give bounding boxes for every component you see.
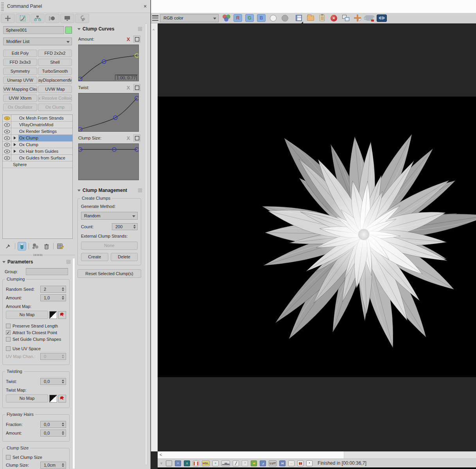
duplicate-to-window-button[interactable] [341,14,350,22]
status-h-resize-icon[interactable]: ↔ [288,460,295,466]
eye-icon[interactable] [3,155,11,161]
set-guide-clump-shapes-checkbox[interactable] [6,337,11,342]
spinner-arrows-icon[interactable] [61,296,66,300]
stack-item-label[interactable]: Ox Clump [18,141,72,148]
frame-buffer-canvas[interactable] [158,23,476,451]
stack-item-ox-clump[interactable]: Ox Clump [3,135,72,141]
twist-map-button[interactable]: No Map [6,394,48,403]
modifier-button-ffd-2x2x2[interactable]: FFD 2x2x2 [38,50,72,57]
attract-to-closest-point-checkbox[interactable]: ✓ [6,330,11,335]
eye-icon[interactable] [3,128,11,135]
status-window-icon[interactable] [166,460,172,466]
stack-item-ox-clump[interactable]: Ox Clump [3,141,72,148]
tab-display[interactable] [60,14,74,23]
panel-splitter[interactable] [0,255,75,258]
modifier-button-uvw-xform[interactable]: UVW Xform [3,95,37,102]
fraction-spinner[interactable]: 0,0 [40,421,66,428]
preserve-strand-length-checkbox[interactable] [6,324,11,328]
amount-delete-point-icon[interactable]: X [125,36,132,43]
track-mouse-render-button[interactable] [353,14,361,22]
horizontal-scrollbar[interactable]: < [158,451,476,458]
command-panel-header[interactable]: Command Panel × [0,0,150,13]
modifier-button-turbosmooth[interactable]: TurboSmooth [38,68,72,75]
status-info-icon[interactable]: i [184,460,190,466]
load-image-button[interactable] [306,14,314,22]
modifier-button-ffd-3x3x3[interactable]: FFD 3x3x3 [3,59,37,66]
stack-item-ox-guides-from-surface[interactable]: Ox Guides from Surface [3,155,72,161]
parameters-scrollbar[interactable] [72,258,75,469]
remove-modifier-button[interactable] [42,242,51,251]
eye-icon[interactable] [3,141,11,148]
rgb-channels-button[interactable] [222,14,230,22]
twist-spinner[interactable]: 0,0 [40,378,66,385]
modifier-button-uvw-map[interactable]: UVW Map [38,86,72,93]
status-pinwheel-icon[interactable]: * [242,460,248,466]
stack-item-ox-mesh-from-strands[interactable]: Ox Mesh From Strands [3,115,72,122]
status-curve-pencil-icon[interactable]: ╱ [233,460,239,466]
spinner-arrows-icon[interactable] [133,225,137,229]
use-uv-space-checkbox[interactable] [6,346,11,351]
group-field[interactable] [26,268,68,275]
stack-item-sphere[interactable]: Sphere [3,161,72,168]
status-channels-icon[interactable]: ≡ [175,460,181,466]
twist-expand-curve-icon[interactable] [133,84,140,91]
eye-icon[interactable] [3,148,11,155]
make-unique-button[interactable] [31,242,40,251]
amount-curve-editor[interactable]: 1.00, 0.77 [78,45,139,81]
spinner-arrows-icon[interactable] [61,379,66,383]
clump-management-header[interactable]: Clump Management [75,186,144,194]
collapse-chevron-icon[interactable]: v [160,461,162,465]
parameters-rollout-header[interactable]: Parameters [0,258,72,266]
modifier-button-shell[interactable]: Shell [38,59,72,66]
close-icon[interactable]: × [140,3,150,9]
rollout-grip-icon[interactable] [138,188,142,192]
status-histogram-icon[interactable]: ▂▅▃ [221,460,230,466]
tab-utilities[interactable] [75,14,89,23]
status-color-balance-icon[interactable]: ≡ [212,460,219,466]
spinner-arrows-icon[interactable] [61,287,66,291]
status-hsl-icon[interactable]: HSL [202,460,210,466]
status-h-blue-icon[interactable]: H [279,460,286,466]
amount-spinner[interactable]: 1,0 [40,294,66,301]
status-magnify-icon[interactable]: * [306,460,313,466]
stack-item-label[interactable]: Sphere [3,161,72,168]
status-ab-compare-icon[interactable]: ▮▮ [297,460,304,466]
scrollbar-thumb[interactable] [164,451,344,458]
green-channel-button[interactable]: G [245,14,254,22]
object-color-swatch[interactable] [65,27,72,34]
scroll-left-button[interactable]: < [158,451,164,458]
object-name-field[interactable]: Sphere001 [3,26,64,34]
spinner-arrows-icon[interactable] [61,431,66,435]
dock-vfb-button[interactable] [377,14,387,22]
spinner-arrows-icon[interactable] [61,463,66,467]
delete-button[interactable]: Delete [111,253,138,261]
pin-stack-button[interactable] [4,242,13,251]
rollout-grip-icon[interactable] [138,27,142,31]
tab-create[interactable] [1,14,15,23]
generate-method-dropdown[interactable]: Random [81,212,138,220]
save-image-button[interactable] [295,14,303,22]
stack-item-label[interactable]: Ox Mesh From Strands [18,115,72,122]
random-seed-spinner[interactable]: 2 [40,286,66,293]
eye-icon[interactable] [3,115,11,122]
render-last-button[interactable] [365,14,373,22]
twist-delete-point-icon[interactable]: X [125,84,132,91]
modifier-button-edit-poly[interactable]: Edit Poly [3,50,37,57]
channel-select-dropdown[interactable]: RGB color [160,14,219,22]
show-end-result-button[interactable] [18,242,26,251]
stack-item-label[interactable]: VRayOrnatrixMod [18,122,72,128]
copy-to-clipboard-button[interactable] [318,14,326,22]
blue-channel-button[interactable]: B [257,14,266,22]
panel-drag-grip-icon[interactable] [1,2,4,11]
red-channel-button[interactable]: R [234,14,242,22]
tab-hierarchy[interactable] [31,14,45,23]
stack-item-ox-render-settings[interactable]: Ox Render Settings [3,128,72,135]
modifier-button-vw-mapping-clea[interactable]: VW Mapping Clea [3,86,37,93]
monochrome-button[interactable] [269,14,277,22]
amount-map-button[interactable]: No Map [6,311,48,319]
clear-image-button[interactable]: × [330,14,338,22]
rollouts-scrollbar[interactable] [145,23,147,465]
tab-motion[interactable] [45,14,59,23]
twist-curve-editor[interactable] [78,93,139,132]
clump-size-curve-editor[interactable] [78,143,139,180]
